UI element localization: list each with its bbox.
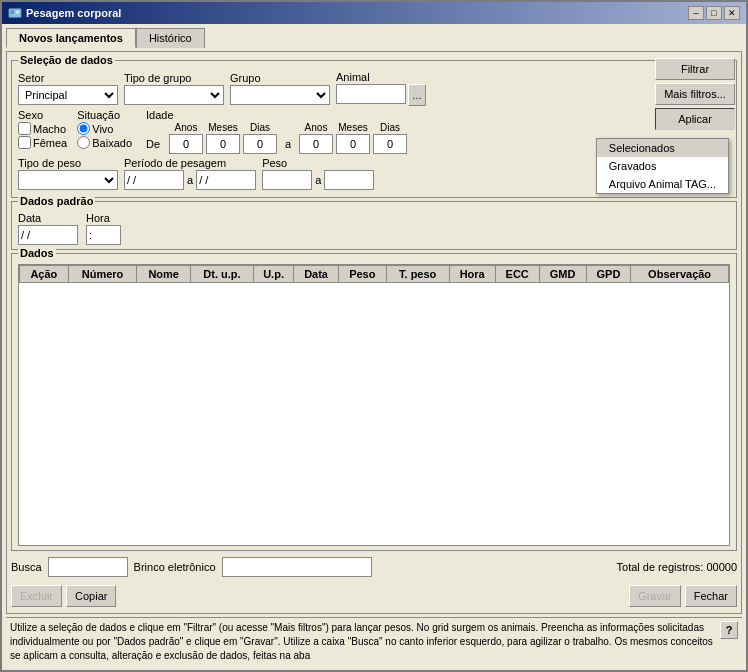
- svg-rect-1: [11, 10, 15, 14]
- col-dt-up: Dt. u.p.: [191, 266, 254, 283]
- femea-checkbox[interactable]: [18, 136, 31, 149]
- situacao-label: Situação: [77, 109, 132, 121]
- animal-group: Animal …: [336, 71, 426, 106]
- dias-header-2: Dias: [373, 122, 407, 133]
- dropdown-selecionados[interactable]: Selecionados: [597, 139, 728, 157]
- window-title: Pesagem corporal: [26, 7, 121, 19]
- col-t-peso: T. peso: [386, 266, 449, 283]
- grupo-select[interactable]: [230, 85, 330, 105]
- tab-historico[interactable]: Histórico: [136, 28, 205, 48]
- de-anos-input[interactable]: 0: [169, 134, 203, 154]
- de-dias-input[interactable]: 0: [243, 134, 277, 154]
- setor-group: Setor Principal: [18, 72, 118, 105]
- hora-padrao-group: Hora: [86, 212, 121, 245]
- aplicar-button[interactable]: Aplicar: [655, 108, 735, 130]
- setor-label: Setor: [18, 72, 118, 84]
- peso-de-input[interactable]: [262, 170, 312, 190]
- col-ecc: ECC: [495, 266, 539, 283]
- meses-header-2: Meses: [336, 122, 370, 133]
- col-numero: Número: [68, 266, 137, 283]
- bottom-left-buttons: Excluir Copiar: [11, 585, 116, 607]
- data-padrao-input[interactable]: [18, 225, 78, 245]
- title-buttons: – □ ✕: [688, 6, 740, 20]
- col-gpd: GPD: [586, 266, 631, 283]
- right-buttons-panel: Filtrar Mais filtros... Aplicar Selecion…: [655, 58, 735, 130]
- periodo-group: Período de pesagem a: [124, 157, 256, 190]
- tipo-peso-label: Tipo de peso: [18, 157, 118, 169]
- dias-header-1: Dias: [243, 122, 277, 133]
- data-table: Ação Número Nome Dt. u.p. U.p. Data Peso…: [19, 265, 729, 283]
- help-button[interactable]: ?: [720, 621, 738, 639]
- a-meses-input[interactable]: 0: [336, 134, 370, 154]
- idade-headers: Anos Meses Dias Anos Meses Dias: [146, 122, 407, 133]
- anos-header-2: Anos: [299, 122, 333, 133]
- vivo-radio[interactable]: [77, 122, 90, 135]
- a-label-1: a: [280, 138, 296, 150]
- dados-title: Dados: [18, 247, 56, 259]
- col-gmd: GMD: [539, 266, 586, 283]
- vivo-label: Vivo: [92, 123, 113, 135]
- bottom-search-row: Busca Brinco eletrônico Total de registr…: [11, 554, 737, 580]
- col-up: U.p.: [253, 266, 293, 283]
- a-anos-input[interactable]: 0: [299, 134, 333, 154]
- title-bar: Pesagem corporal – □ ✕: [2, 2, 746, 24]
- setor-select[interactable]: Principal: [18, 85, 118, 105]
- tipo-peso-select[interactable]: [18, 170, 118, 190]
- sexo-label: Sexo: [18, 109, 67, 121]
- peso-a-input[interactable]: [324, 170, 374, 190]
- table-header: Ação Número Nome Dt. u.p. U.p. Data Peso…: [20, 266, 729, 283]
- copiar-button[interactable]: Copiar: [66, 585, 116, 607]
- periodo-de-input[interactable]: [124, 170, 184, 190]
- macho-checkbox[interactable]: [18, 122, 31, 135]
- brinco-label: Brinco eletrônico: [134, 561, 216, 573]
- data-table-container[interactable]: Ação Número Nome Dt. u.p. U.p. Data Peso…: [18, 264, 730, 546]
- macho-label: Macho: [33, 123, 66, 135]
- dados-padrao-title: Dados padrão: [18, 195, 95, 207]
- peso-group: Peso a: [262, 157, 374, 190]
- periodo-a-input[interactable]: [196, 170, 256, 190]
- selecao-dados-title: Seleção de dados: [18, 54, 115, 66]
- dropdown-arquivo-animal-tag[interactable]: Arquivo Animal TAG...: [597, 175, 728, 193]
- animal-label: Animal: [336, 71, 426, 83]
- title-bar-left: Pesagem corporal: [8, 6, 121, 20]
- dropdown-gravados[interactable]: Gravados: [597, 157, 728, 175]
- row-setor-grupo: Setor Principal Tipo de grupo Grupo: [18, 71, 730, 106]
- peso-a-label: a: [315, 174, 321, 186]
- col-nome: Nome: [137, 266, 191, 283]
- gravar-button[interactable]: Gravar: [629, 585, 681, 607]
- aplicar-dropdown: Selecionados Gravados Arquivo Animal TAG…: [596, 138, 729, 194]
- tipo-grupo-select[interactable]: [124, 85, 224, 105]
- hora-padrao-input[interactable]: [86, 225, 121, 245]
- brinco-input[interactable]: [222, 557, 372, 577]
- animal-input[interactable]: [336, 84, 406, 104]
- minimize-button[interactable]: –: [688, 6, 704, 20]
- filtrar-button[interactable]: Filtrar: [655, 58, 735, 80]
- data-padrao-group: Data: [18, 212, 78, 245]
- tab-content: Filtrar Mais filtros... Aplicar Selecion…: [6, 51, 742, 614]
- tab-novos-lancamentos[interactable]: Novos lançamentos: [6, 28, 136, 48]
- maximize-button[interactable]: □: [706, 6, 722, 20]
- excluir-button[interactable]: Excluir: [11, 585, 62, 607]
- bottom-right-buttons: Gravar Fechar: [629, 585, 737, 607]
- grupo-group: Grupo: [230, 72, 330, 105]
- mais-filtros-button[interactable]: Mais filtros...: [655, 83, 735, 105]
- a-dias-input[interactable]: 0: [373, 134, 407, 154]
- idade-inputs: De 0 0 0 a 0 0 0: [146, 134, 407, 154]
- close-button[interactable]: ✕: [724, 6, 740, 20]
- window-icon: [8, 6, 22, 20]
- periodo-label: Período de pesagem: [124, 157, 256, 169]
- busca-input[interactable]: [48, 557, 128, 577]
- main-content: Novos lançamentos Histórico Filtrar Mais…: [2, 24, 746, 670]
- table-header-row: Ação Número Nome Dt. u.p. U.p. Data Peso…: [20, 266, 729, 283]
- animal-search-button[interactable]: …: [408, 84, 426, 106]
- de-meses-input[interactable]: 0: [206, 134, 240, 154]
- hora-label: Hora: [86, 212, 121, 224]
- tipo-grupo-group: Tipo de grupo: [124, 72, 224, 105]
- bottom-actions-row: Excluir Copiar Gravar Fechar: [11, 583, 737, 609]
- peso-label: Peso: [262, 157, 374, 169]
- total-registros-label: Total de registros: 00000: [617, 561, 737, 573]
- meses-header-1: Meses: [206, 122, 240, 133]
- fechar-button[interactable]: Fechar: [685, 585, 737, 607]
- baixado-radio[interactable]: [77, 136, 90, 149]
- col-hora: Hora: [449, 266, 495, 283]
